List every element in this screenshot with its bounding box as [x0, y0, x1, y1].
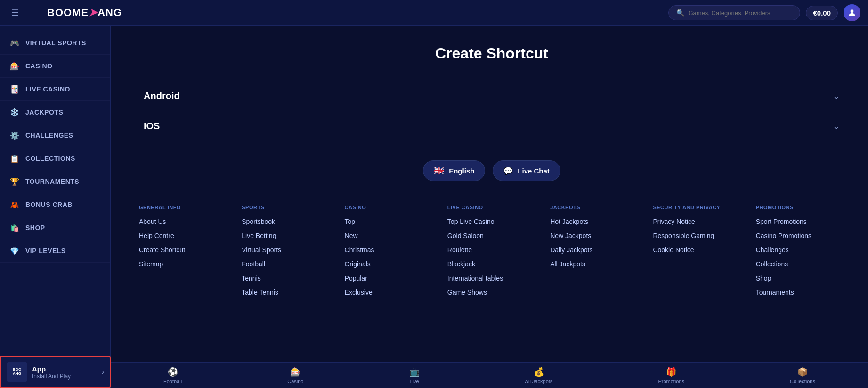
- accordion-android-header[interactable]: Android ⌄: [139, 91, 844, 101]
- main-content: Create Shortcut Android ⌄ IOS ⌄ 🇬🇧 Engli…: [111, 26, 868, 388]
- footer-link-0-2[interactable]: Create Shortcut: [139, 246, 227, 254]
- live-chat-label: Live Chat: [518, 167, 550, 175]
- footer-link-3-2[interactable]: Roulette: [447, 246, 536, 254]
- bottom-nav-label-football: Football: [163, 379, 182, 384]
- sidebar-label-collections: COLLECTIONS: [25, 155, 75, 162]
- footer-link-6-5[interactable]: Tournaments: [756, 289, 844, 296]
- menu-toggle-button[interactable]: ☰: [8, 5, 23, 20]
- sidebar-item-casino[interactable]: 🎰 CASINO: [0, 55, 110, 78]
- bottom-nav-item-all-jackpots[interactable]: 💰All Jackpots: [525, 367, 553, 384]
- bottom-nav-icon-live-nav: 📺: [409, 367, 420, 377]
- footer-link-4-0[interactable]: Hot Jackpots: [550, 218, 639, 225]
- accordion-ios-header[interactable]: IOS ⌄: [139, 121, 844, 132]
- vip-levels-icon: 💎: [9, 246, 20, 256]
- sidebar-item-virtual-sports[interactable]: 🎮 VIRTUAL SPORTS: [0, 32, 110, 55]
- bottom-nav-icon-casino-nav: 🎰: [290, 367, 300, 377]
- challenges-icon: ⚙️: [9, 130, 20, 140]
- flag-icon: 🇬🇧: [434, 165, 444, 176]
- sidebar-label-casino: CASINO: [25, 62, 52, 70]
- sidebar-item-collections[interactable]: 📋 COLLECTIONS: [0, 147, 110, 170]
- footer-link-0-1[interactable]: Help Centre: [139, 232, 227, 239]
- footer-col-1: SPORTSSportsbookLive BettingVirtual Spor…: [242, 205, 330, 303]
- bottom-nav-item-casino-nav[interactable]: 🎰Casino: [287, 367, 303, 384]
- sidebar-item-jackpots[interactable]: ❄️ JACKPOTS: [0, 101, 110, 124]
- footer-link-1-3[interactable]: Football: [242, 260, 330, 268]
- jackpots-icon: ❄️: [9, 107, 20, 117]
- bottom-nav-label-collections-nav: Collections: [790, 379, 815, 384]
- footer-link-3-0[interactable]: Top Live Casino: [447, 218, 536, 225]
- sidebar-item-challenges[interactable]: ⚙️ CHALLENGES: [0, 124, 110, 147]
- bottom-nav-icon-collections-nav: 📦: [797, 367, 808, 377]
- sidebar-item-tournaments[interactable]: 🏆 TOURNAMENTS: [0, 170, 110, 193]
- footer-link-0-0[interactable]: About Us: [139, 218, 227, 225]
- footer-link-4-1[interactable]: New Jackpots: [550, 232, 639, 239]
- footer-link-1-5[interactable]: Table Tennis: [242, 289, 330, 296]
- footer-col-2: CASINOTopNewChristmasOriginalsPopularExc…: [345, 205, 433, 303]
- footer-link-2-2[interactable]: Christmas: [345, 246, 433, 254]
- sidebar-item-shop[interactable]: 🛍️ SHOP: [0, 216, 110, 239]
- sidebar-label-challenges: CHALLENGES: [25, 132, 73, 139]
- bottom-nav-item-football[interactable]: ⚽Football: [163, 367, 182, 384]
- main-layout: 🎮 VIRTUAL SPORTS 🎰 CASINO 🃏 LIVE CASINO …: [0, 26, 868, 388]
- footer-link-2-0[interactable]: Top: [345, 218, 433, 225]
- language-button[interactable]: 🇬🇧 English: [423, 160, 485, 181]
- footer-col-title-6: PROMOTIONS: [756, 205, 844, 210]
- footer-link-1-1[interactable]: Live Betting: [242, 232, 330, 239]
- footer-link-1-4[interactable]: Tennis: [242, 274, 330, 282]
- accordion-ios: IOS ⌄: [139, 111, 844, 141]
- footer-col-6: PROMOTIONSSport PromotionsCasino Promoti…: [756, 205, 844, 303]
- sidebar-item-live-casino[interactable]: 🃏 LIVE CASINO: [0, 78, 110, 101]
- footer-col-title-0: GENERAL INFO: [139, 205, 227, 210]
- sidebar-label-shop: SHOP: [25, 224, 45, 231]
- logo-text: BOOME➤ANG: [47, 7, 122, 19]
- search-bar[interactable]: 🔍: [668, 5, 800, 20]
- footer-link-1-2[interactable]: Virtual Sports: [242, 246, 330, 254]
- accordion-android: Android ⌄: [139, 81, 844, 111]
- live-chat-button[interactable]: 💬 Live Chat: [493, 160, 560, 181]
- bottom-nav-item-live-nav[interactable]: 📺Live: [409, 367, 420, 384]
- bottom-nav-label-promotions: Promotions: [658, 379, 684, 384]
- footer-link-2-3[interactable]: Originals: [345, 260, 433, 268]
- accordion-ios-chevron-icon: ⌄: [833, 121, 840, 132]
- footer-link-6-1[interactable]: Casino Promotions: [756, 232, 844, 239]
- footer-link-6-2[interactable]: Challenges: [756, 246, 844, 254]
- search-input[interactable]: [688, 9, 792, 17]
- casino-icon: 🎰: [9, 61, 20, 71]
- accordion: Android ⌄ IOS ⌄: [139, 81, 844, 141]
- balance-display: €0.00: [806, 6, 838, 20]
- footer-link-5-2[interactable]: Cookie Notice: [653, 246, 741, 254]
- tournaments-icon: 🏆: [9, 176, 20, 187]
- footer-link-2-1[interactable]: New: [345, 232, 433, 239]
- sidebar-item-bonus-crab[interactable]: 🦀 BONUS CRAB: [0, 193, 110, 216]
- footer-link-4-3[interactable]: All Jackpots: [550, 260, 639, 268]
- footer-link-3-4[interactable]: International tables: [447, 274, 536, 282]
- footer-links: GENERAL INFOAbout UsHelp CentreCreate Sh…: [139, 205, 844, 303]
- footer-col-5: SECURITY AND PRIVACYPrivacy NoticeRespon…: [653, 205, 741, 303]
- footer-link-5-0[interactable]: Privacy Notice: [653, 218, 741, 225]
- sidebar-label-vip-levels: VIP LEVELS: [25, 247, 66, 255]
- footer-link-6-3[interactable]: Collections: [756, 260, 844, 268]
- footer-link-2-4[interactable]: Popular: [345, 274, 433, 282]
- footer-link-3-3[interactable]: Blackjack: [447, 260, 536, 268]
- shop-icon: 🛍️: [9, 223, 20, 233]
- footer-link-6-0[interactable]: Sport Promotions: [756, 218, 844, 225]
- chat-icon: 💬: [503, 166, 513, 175]
- collections-icon: 📋: [9, 153, 20, 164]
- page-title: Create Shortcut: [139, 45, 844, 62]
- footer-col-title-4: JACKPOTS: [550, 205, 639, 210]
- bottom-nav-item-promotions[interactable]: 🎁Promotions: [658, 367, 684, 384]
- app-banner[interactable]: BOOANG App Install And Play ›: [0, 356, 111, 388]
- footer-link-5-1[interactable]: Responsible Gaming: [653, 232, 741, 239]
- footer-link-2-5[interactable]: Exclusive: [345, 289, 433, 296]
- sidebar-item-vip-levels[interactable]: 💎 VIP LEVELS: [0, 239, 110, 263]
- sidebar-label-tournaments: TOURNAMENTS: [25, 178, 79, 185]
- footer-link-0-3[interactable]: Sitemap: [139, 260, 227, 268]
- bottom-nav-item-collections-nav[interactable]: 📦Collections: [790, 367, 815, 384]
- footer-link-3-1[interactable]: Gold Saloon: [447, 232, 536, 239]
- avatar[interactable]: [844, 4, 860, 21]
- live-casino-icon: 🃏: [9, 84, 20, 94]
- footer-link-6-4[interactable]: Shop: [756, 274, 844, 282]
- footer-link-1-0[interactable]: Sportsbook: [242, 218, 330, 225]
- footer-link-3-5[interactable]: Game Shows: [447, 289, 536, 296]
- footer-link-4-2[interactable]: Daily Jackpots: [550, 246, 639, 254]
